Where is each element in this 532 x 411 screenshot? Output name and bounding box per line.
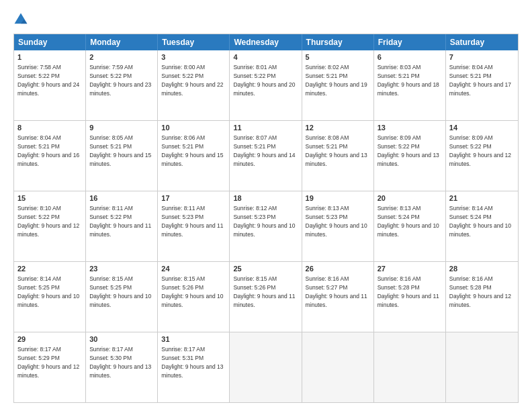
- day-info: Sunrise: 8:03 AMSunset: 5:21 PMDaylight:…: [378, 64, 439, 97]
- day-number: 2: [89, 52, 154, 62]
- day-number: 18: [233, 193, 298, 203]
- day-number: 8: [17, 123, 82, 133]
- day-info: Sunrise: 8:15 AMSunset: 5:25 PMDaylight:…: [89, 275, 151, 308]
- day-number: 10: [161, 123, 226, 133]
- table-row: 30Sunrise: 8:17 AMSunset: 5:30 PMDayligh…: [86, 332, 158, 402]
- calendar-row: 29Sunrise: 8:17 AMSunset: 5:29 PMDayligh…: [14, 332, 518, 402]
- table-row: 21Sunrise: 8:14 AMSunset: 5:24 PMDayligh…: [446, 191, 518, 261]
- day-number: 28: [449, 264, 515, 274]
- weekday-header: Wednesday: [230, 34, 302, 50]
- table-row: 28Sunrise: 8:16 AMSunset: 5:28 PMDayligh…: [446, 262, 518, 332]
- day-number: 9: [89, 123, 154, 133]
- table-row: 26Sunrise: 8:16 AMSunset: 5:27 PMDayligh…: [302, 262, 374, 332]
- day-info: Sunrise: 8:09 AMSunset: 5:22 PMDaylight:…: [378, 134, 439, 167]
- table-row: 1Sunrise: 7:58 AMSunset: 5:22 PMDaylight…: [14, 50, 86, 120]
- day-number: 1: [17, 52, 82, 62]
- table-row: 23Sunrise: 8:15 AMSunset: 5:25 PMDayligh…: [86, 262, 158, 332]
- day-info: Sunrise: 8:05 AMSunset: 5:21 PMDaylight:…: [89, 134, 151, 167]
- day-number: 7: [449, 52, 515, 62]
- day-number: 27: [378, 264, 442, 274]
- table-row: [302, 332, 374, 402]
- calendar-header: SundayMondayTuesdayWednesdayThursdayFrid…: [14, 34, 518, 50]
- table-row: [446, 332, 518, 402]
- day-number: 5: [306, 52, 370, 62]
- table-row: 4Sunrise: 8:01 AMSunset: 5:22 PMDaylight…: [230, 50, 302, 120]
- day-info: Sunrise: 8:08 AMSunset: 5:21 PMDaylight:…: [306, 134, 367, 167]
- weekday-header: Sunday: [14, 34, 86, 50]
- table-row: 29Sunrise: 8:17 AMSunset: 5:29 PMDayligh…: [14, 332, 86, 402]
- table-row: 27Sunrise: 8:16 AMSunset: 5:28 PMDayligh…: [374, 262, 446, 332]
- day-info: Sunrise: 8:13 AMSunset: 5:24 PMDaylight:…: [378, 205, 439, 238]
- table-row: 8Sunrise: 8:04 AMSunset: 5:21 PMDaylight…: [14, 121, 86, 191]
- day-info: Sunrise: 8:12 AMSunset: 5:23 PMDaylight:…: [233, 205, 295, 238]
- day-info: Sunrise: 8:15 AMSunset: 5:26 PMDaylight:…: [161, 275, 223, 308]
- table-row: 22Sunrise: 8:14 AMSunset: 5:25 PMDayligh…: [14, 262, 86, 332]
- day-info: Sunrise: 8:17 AMSunset: 5:31 PMDaylight:…: [161, 346, 223, 379]
- table-row: 24Sunrise: 8:15 AMSunset: 5:26 PMDayligh…: [158, 262, 230, 332]
- weekday-header: Friday: [374, 34, 446, 50]
- table-row: 11Sunrise: 8:07 AMSunset: 5:21 PMDayligh…: [230, 121, 302, 191]
- day-number: 29: [17, 334, 82, 345]
- day-info: Sunrise: 8:06 AMSunset: 5:21 PMDaylight:…: [161, 134, 223, 167]
- day-number: 22: [17, 264, 82, 274]
- day-info: Sunrise: 8:16 AMSunset: 5:27 PMDaylight:…: [306, 275, 367, 308]
- day-number: 3: [161, 52, 226, 62]
- day-info: Sunrise: 8:13 AMSunset: 5:23 PMDaylight:…: [306, 205, 367, 238]
- table-row: 2Sunrise: 7:59 AMSunset: 5:22 PMDaylight…: [86, 50, 158, 120]
- day-number: 30: [89, 334, 154, 345]
- table-row: 10Sunrise: 8:06 AMSunset: 5:21 PMDayligh…: [158, 121, 230, 191]
- day-number: 19: [306, 193, 370, 203]
- day-number: 15: [17, 193, 82, 203]
- table-row: 25Sunrise: 8:15 AMSunset: 5:26 PMDayligh…: [230, 262, 302, 332]
- day-number: 23: [89, 264, 154, 274]
- calendar-row: 15Sunrise: 8:10 AMSunset: 5:22 PMDayligh…: [14, 191, 518, 261]
- day-info: Sunrise: 8:14 AMSunset: 5:24 PMDaylight:…: [449, 205, 511, 238]
- table-row: 7Sunrise: 8:04 AMSunset: 5:21 PMDaylight…: [446, 50, 518, 120]
- day-info: Sunrise: 8:00 AMSunset: 5:22 PMDaylight:…: [161, 64, 223, 97]
- day-number: 11: [233, 123, 298, 133]
- weekday-header: Thursday: [302, 34, 374, 50]
- day-info: Sunrise: 8:07 AMSunset: 5:21 PMDaylight:…: [233, 134, 295, 167]
- day-info: Sunrise: 8:16 AMSunset: 5:28 PMDaylight:…: [378, 275, 439, 308]
- day-info: Sunrise: 8:11 AMSunset: 5:22 PMDaylight:…: [89, 205, 151, 238]
- table-row: 12Sunrise: 8:08 AMSunset: 5:21 PMDayligh…: [302, 121, 374, 191]
- table-row: [374, 332, 446, 402]
- day-info: Sunrise: 8:02 AMSunset: 5:21 PMDaylight:…: [306, 64, 367, 97]
- table-row: 18Sunrise: 8:12 AMSunset: 5:23 PMDayligh…: [230, 191, 302, 261]
- calendar-row: 8Sunrise: 8:04 AMSunset: 5:21 PMDaylight…: [14, 120, 518, 191]
- day-number: 14: [449, 123, 515, 133]
- day-info: Sunrise: 8:09 AMSunset: 5:22 PMDaylight:…: [449, 134, 511, 167]
- day-number: 4: [233, 52, 298, 62]
- day-number: 31: [161, 334, 226, 345]
- table-row: 31Sunrise: 8:17 AMSunset: 5:31 PMDayligh…: [158, 332, 230, 402]
- calendar-body: 1Sunrise: 7:58 AMSunset: 5:22 PMDaylight…: [14, 50, 518, 402]
- day-info: Sunrise: 8:04 AMSunset: 5:21 PMDaylight:…: [17, 134, 79, 167]
- table-row: [230, 332, 302, 402]
- day-number: 17: [161, 193, 226, 203]
- table-row: 13Sunrise: 8:09 AMSunset: 5:22 PMDayligh…: [374, 121, 446, 191]
- day-number: 16: [89, 193, 154, 203]
- day-number: 12: [306, 123, 370, 133]
- day-info: Sunrise: 8:16 AMSunset: 5:28 PMDaylight:…: [449, 275, 511, 308]
- day-number: 25: [233, 264, 298, 274]
- calendar-row: 22Sunrise: 8:14 AMSunset: 5:25 PMDayligh…: [14, 261, 518, 332]
- day-info: Sunrise: 8:11 AMSunset: 5:23 PMDaylight:…: [161, 205, 223, 238]
- day-info: Sunrise: 8:15 AMSunset: 5:26 PMDaylight:…: [233, 275, 295, 308]
- table-row: 14Sunrise: 8:09 AMSunset: 5:22 PMDayligh…: [446, 121, 518, 191]
- weekday-header: Monday: [86, 34, 158, 50]
- table-row: 9Sunrise: 8:05 AMSunset: 5:21 PMDaylight…: [86, 121, 158, 191]
- table-row: 17Sunrise: 8:11 AMSunset: 5:23 PMDayligh…: [158, 191, 230, 261]
- table-row: 6Sunrise: 8:03 AMSunset: 5:21 PMDaylight…: [374, 50, 446, 120]
- day-info: Sunrise: 8:10 AMSunset: 5:22 PMDaylight:…: [17, 205, 79, 238]
- weekday-header: Tuesday: [158, 34, 230, 50]
- day-number: 6: [378, 52, 442, 62]
- calendar: SundayMondayTuesdayWednesdayThursdayFrid…: [13, 34, 519, 403]
- day-info: Sunrise: 8:04 AMSunset: 5:21 PMDaylight:…: [449, 64, 511, 97]
- day-number: 24: [161, 264, 226, 274]
- day-number: 13: [378, 123, 442, 133]
- calendar-row: 1Sunrise: 7:58 AMSunset: 5:22 PMDaylight…: [14, 50, 518, 120]
- logo-icon: [13, 12, 28, 27]
- table-row: 16Sunrise: 8:11 AMSunset: 5:22 PMDayligh…: [86, 191, 158, 261]
- logo: [13, 12, 30, 27]
- day-number: 26: [306, 264, 370, 274]
